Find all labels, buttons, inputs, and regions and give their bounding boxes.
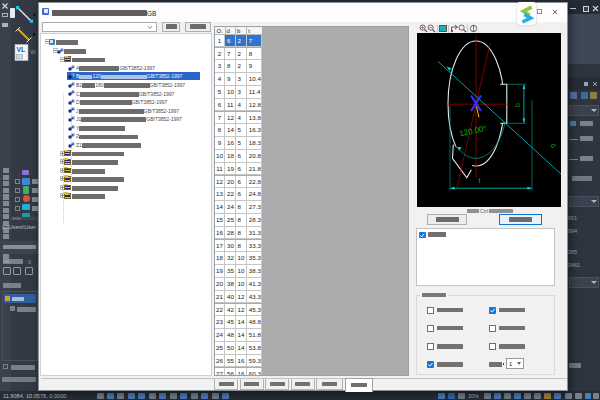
svg-text:b: b xyxy=(513,103,520,107)
svg-text:VL: VL xyxy=(16,46,26,53)
svg-text:120.00°: 120.00° xyxy=(458,123,487,138)
svg-text:t: t xyxy=(478,176,480,183)
svg-text:d: d xyxy=(549,141,557,149)
